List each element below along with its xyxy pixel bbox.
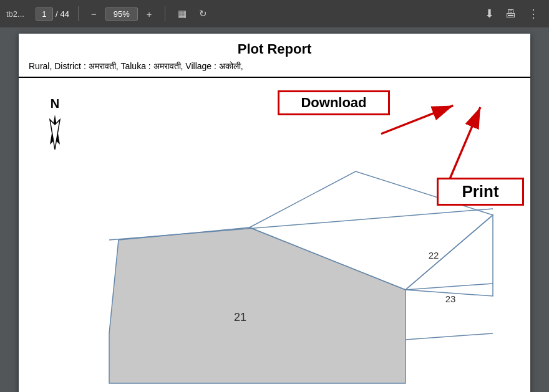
map-svg: 21 22 23: [19, 78, 530, 390]
svg-text:21: 21: [234, 311, 246, 323]
svg-text:23: 23: [445, 294, 456, 304]
zoom-in-icon: +: [147, 9, 152, 19]
toolbar-left: tb2... / 44 − + ▦ ↻: [6, 6, 481, 22]
viewer-area: Plot Report Rural, District : अमरावती, T…: [0, 27, 549, 392]
filename-label: tb2...: [6, 9, 24, 19]
history-icon: ↻: [199, 8, 207, 19]
svg-line-5: [109, 209, 493, 240]
svg-text:22: 22: [429, 250, 439, 261]
page-title: Plot Report: [29, 41, 520, 57]
zoom-in-button[interactable]: +: [143, 6, 156, 22]
print-button[interactable]: 🖶: [502, 5, 520, 23]
separator-1: [78, 6, 79, 21]
fit-page-button[interactable]: ▦: [174, 6, 190, 22]
download-annotation-label: Download: [278, 90, 390, 115]
page-number-input[interactable]: [36, 7, 53, 21]
toolbar-right: ⬇ 🖶 ⋮: [481, 4, 543, 23]
history-button[interactable]: ↻: [195, 6, 211, 22]
fit-page-icon: ▦: [178, 8, 187, 19]
toolbar: tb2... / 44 − + ▦ ↻ ⬇ 🖶 ⋮: [0, 0, 549, 27]
more-options-icon: ⋮: [528, 7, 539, 21]
pdf-page: Plot Report Rural, District : अमरावती, T…: [19, 34, 530, 392]
total-pages: 44: [61, 9, 69, 19]
download-button[interactable]: ⬇: [481, 4, 498, 23]
separator-2: [165, 6, 165, 21]
print-icon: 🖶: [505, 7, 517, 21]
print-annotation-label: Print: [437, 178, 524, 206]
svg-marker-2: [109, 227, 406, 383]
page-controls: / 44: [36, 7, 69, 21]
zoom-input[interactable]: [105, 7, 138, 21]
page-header: Plot Report Rural, District : अमरावती, T…: [19, 34, 530, 78]
zoom-out-icon: −: [91, 9, 97, 19]
page-subtitle: Rural, District : अमरावती, Taluka : अमरा…: [29, 61, 520, 72]
svg-line-7: [406, 333, 493, 340]
zoom-out-button[interactable]: −: [87, 6, 100, 22]
download-icon: ⬇: [485, 7, 494, 21]
more-options-button[interactable]: ⋮: [524, 4, 543, 23]
svg-line-6: [406, 284, 493, 290]
svg-marker-4: [406, 215, 493, 296]
map-area: N: [19, 78, 530, 390]
page-separator: /: [56, 9, 58, 19]
